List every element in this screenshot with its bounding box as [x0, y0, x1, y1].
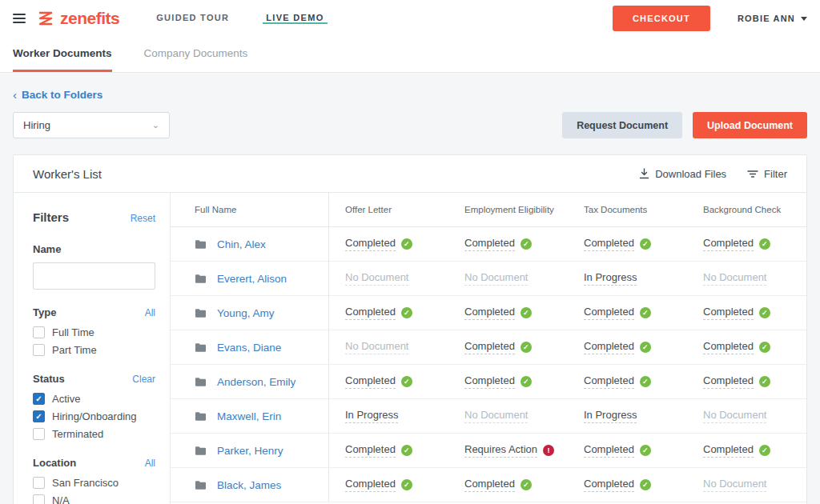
status-no_document[interactable]: No Document — [703, 409, 766, 423]
status-completed[interactable]: Completed — [345, 374, 396, 389]
status-in_progress[interactable]: In Progress — [345, 409, 398, 423]
status-no_document[interactable]: No Document — [345, 340, 408, 354]
status-cell-background-check: Completed✓ — [687, 227, 806, 261]
status-completed[interactable]: Completed — [584, 443, 634, 458]
folder-icon — [195, 308, 207, 318]
status-completed[interactable]: Completed — [345, 306, 396, 320]
checkbox-hiring-onboarding[interactable] — [33, 410, 45, 422]
user-menu[interactable]: ROBIE ANN — [738, 14, 807, 23]
status-completed[interactable]: Completed — [703, 443, 754, 458]
worker-name-link[interactable]: Young, Amy — [217, 307, 275, 319]
folder-icon — [195, 446, 207, 456]
filter-group-action-all[interactable]: All — [145, 307, 155, 318]
folder-select[interactable]: Hiring ⌄ — [13, 112, 170, 138]
table-row: Chin, AlexCompleted✓Completed✓Completed✓… — [171, 227, 806, 262]
table-header-row: Full NameOffer LetterEmployment Eligibil… — [171, 193, 806, 227]
status-cell-employment-eligibility: Completed✓ — [448, 227, 568, 261]
worker-name-cell: Young, Amy — [171, 296, 329, 330]
status-in_progress[interactable]: In Progress — [584, 409, 637, 423]
checkbox-terminated[interactable] — [33, 428, 45, 440]
status-completed[interactable]: Completed — [464, 478, 515, 492]
status-cell-employment-eligibility: Requires Action! — [448, 434, 568, 467]
back-to-folders-link[interactable]: ‹ Back to Folders — [13, 89, 102, 101]
status-requires_action[interactable]: Requires Action — [464, 443, 537, 458]
checkbox-n-a[interactable] — [33, 494, 45, 504]
check-circle-icon: ✓ — [640, 376, 651, 387]
worker-name-link[interactable]: Chin, Alex — [217, 238, 266, 250]
status-cell-offer-letter: Completed✓ — [329, 434, 448, 467]
status-no_document[interactable]: No Document — [464, 271, 528, 286]
status-completed[interactable]: Completed — [584, 306, 634, 320]
table-row: Evans, DianeNo DocumentCompleted✓Complet… — [171, 330, 806, 365]
filter-option-full-time: Full Time — [33, 326, 155, 338]
request-document-button[interactable]: Request Document — [562, 112, 682, 138]
checkbox-part-time[interactable] — [33, 344, 45, 356]
status-cell-offer-letter: Completed✓ — [329, 365, 448, 398]
tab-worker-documents[interactable]: Worker Documents — [13, 37, 112, 72]
worker-name-link[interactable]: Anderson, Emily — [217, 376, 295, 388]
worker-name-link[interactable]: Black, James — [217, 479, 281, 491]
status-completed[interactable]: Completed — [584, 478, 634, 492]
folder-icon — [195, 239, 207, 250]
filters-title: Filters — [33, 210, 69, 224]
name-filter-input[interactable] — [33, 262, 155, 290]
worker-name-link[interactable]: Evans, Diane — [217, 342, 281, 354]
filter-group-action-all[interactable]: All — [145, 458, 155, 469]
status-completed[interactable]: Completed — [703, 306, 754, 320]
status-cell-background-check: Completed✓ — [687, 365, 806, 398]
status-completed[interactable]: Completed — [464, 340, 515, 354]
caret-down-icon — [801, 17, 807, 21]
worker-name-cell: Parker, Henry — [171, 434, 329, 467]
status-cell-offer-letter: In Progress — [329, 399, 448, 433]
download-icon — [639, 168, 649, 179]
worker-name-cell: Chin, Alex — [171, 227, 329, 261]
name-filter-label: Name — [33, 243, 155, 255]
status-completed[interactable]: Completed — [584, 340, 634, 354]
hamburger-menu-icon[interactable] — [13, 14, 26, 23]
topnav-item-live-demo[interactable]: LIVE DEMO — [263, 13, 327, 24]
check-circle-icon: ✓ — [401, 238, 412, 250]
topnav-item-guided-tour[interactable]: GUIDED TOUR — [153, 13, 232, 24]
status-completed[interactable]: Completed — [464, 374, 515, 389]
status-completed[interactable]: Completed — [345, 237, 396, 251]
status-no_document[interactable]: No Document — [345, 271, 408, 286]
check-circle-icon: ✓ — [401, 376, 412, 387]
status-cell-offer-letter: Completed✓ — [329, 227, 448, 261]
status-cell-background-check: Completed✓ — [687, 434, 806, 467]
status-completed[interactable]: Completed — [703, 340, 754, 354]
check-circle-icon: ✓ — [759, 307, 770, 318]
checkbox-full-time[interactable] — [33, 326, 45, 338]
checkbox-label: Part Time — [52, 344, 97, 356]
filter-button[interactable]: Filter — [747, 168, 787, 180]
status-completed[interactable]: Completed — [464, 306, 515, 320]
tab-company-documents[interactable]: Company Documents — [144, 37, 248, 72]
status-completed[interactable]: Completed — [584, 237, 634, 251]
check-circle-icon: ✓ — [759, 445, 770, 456]
filter-group-action-clear[interactable]: Clear — [132, 374, 155, 385]
check-circle-icon: ✓ — [640, 238, 651, 250]
worker-name-link[interactable]: Parker, Henry — [217, 445, 283, 457]
download-files-button[interactable]: Download Files — [639, 168, 726, 180]
status-cell-offer-letter: No Document — [329, 330, 448, 364]
table-row: Black, JamesCompleted✓Completed✓Complete… — [171, 468, 806, 502]
filter-icon — [747, 169, 758, 178]
status-in_progress[interactable]: In Progress — [584, 271, 637, 286]
zenefits-logo[interactable]: zenefits — [37, 9, 119, 28]
checkbox-san-francisco[interactable] — [33, 477, 45, 489]
status-no_document[interactable]: No Document — [464, 409, 528, 423]
checkbox-active[interactable] — [33, 393, 45, 405]
status-completed[interactable]: Completed — [464, 237, 515, 251]
checkout-button[interactable]: CHECKOUT — [613, 6, 710, 31]
worker-name-link[interactable]: Everert, Alison — [217, 273, 287, 285]
upload-document-button[interactable]: Upload Document — [693, 112, 807, 138]
status-no_document[interactable]: No Document — [703, 271, 766, 286]
filters-reset-link[interactable]: Reset — [131, 213, 155, 224]
status-no_document[interactable]: No Document — [703, 478, 766, 492]
status-completed[interactable]: Completed — [703, 237, 754, 251]
status-completed[interactable]: Completed — [584, 374, 634, 389]
status-completed[interactable]: Completed — [345, 443, 396, 458]
status-completed[interactable]: Completed — [703, 374, 754, 389]
table-row: Maxwell, ErinIn ProgressNo DocumentIn Pr… — [171, 399, 806, 434]
worker-name-link[interactable]: Maxwell, Erin — [217, 410, 281, 422]
status-completed[interactable]: Completed — [345, 478, 396, 492]
